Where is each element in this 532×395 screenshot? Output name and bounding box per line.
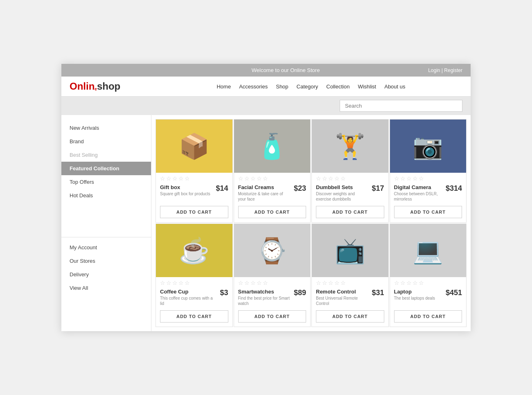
product-name-remote-control: Remote Control — [316, 289, 369, 295]
nav-accessories[interactable]: Accessories — [239, 84, 268, 90]
product-info-laptop: Laptop The best laptops deals $451 — [390, 287, 467, 308]
product-price-laptop: $451 — [446, 289, 462, 297]
product-card-smartwatches: ⌚ ☆ ☆ ☆ ☆ ☆ Smartwatches Find the best p… — [234, 223, 311, 327]
product-info-dumbbell-sets: Dumbbell Sets Discover weights and exerc… — [312, 183, 388, 203]
product-desc-gift-box: Square gift box for products — [160, 191, 210, 196]
product-price-remote-control: $31 — [372, 289, 384, 297]
product-name-smartwatches: Smartwatches — [238, 289, 291, 295]
sidebar-main-section: New Arrivals Brand Best Selling Featured… — [61, 119, 151, 204]
product-image-facial-creams: 🧴 — [234, 120, 311, 173]
product-rating-remote-control: ☆ ☆ ☆ ☆ ☆ — [312, 277, 388, 287]
nav-about[interactable]: About us — [384, 84, 405, 90]
product-rating-dumbbell-sets: ☆ ☆ ☆ ☆ ☆ — [312, 173, 388, 183]
product-image-remote-control: 📺 — [312, 224, 388, 277]
product-card-remote-control: 📺 ☆ ☆ ☆ ☆ ☆ Remote Control Best Universa… — [311, 223, 389, 327]
add-to-cart-dumbbell-sets[interactable]: ADD TO CART — [316, 206, 384, 218]
product-name-coffee-cup: Coffee Cup — [160, 289, 217, 295]
sidebar-divider — [61, 237, 151, 237]
product-price-facial-creams: $23 — [294, 184, 306, 193]
product-card-coffee-cup: ☕ ☆ ☆ ☆ ☆ ☆ Coffee Cup This coffee cup c… — [156, 223, 233, 327]
product-desc-remote-control: Best Universal Remote Control — [316, 296, 369, 306]
product-rating-gift-box: ☆ ☆ ☆ ☆ ☆ — [156, 173, 232, 183]
product-rating-facial-creams: ☆ ☆ ☆ ☆ ☆ — [234, 173, 311, 183]
product-name-gift-box: Gift box — [160, 184, 210, 190]
add-to-cart-gift-box[interactable]: ADD TO CART — [160, 206, 228, 218]
product-image-gift-box: 📦 — [156, 120, 232, 173]
add-to-cart-coffee-cup[interactable]: ADD TO CART — [160, 310, 228, 323]
main-nav: Home Accessories Shop Category Collectio… — [160, 84, 462, 90]
header: Onlineshop Home Accessories Shop Categor… — [61, 77, 471, 97]
product-card-laptop: 💻 ☆ ☆ ☆ ☆ ☆ Laptop The best laptops deal… — [390, 223, 467, 327]
product-image-smartwatches: ⌚ — [234, 224, 311, 277]
product-name-facial-creams: Facial Creams — [238, 184, 291, 190]
logo-online: Onlin — [70, 81, 95, 92]
product-name-dumbbell-sets: Dumbbell Sets — [316, 184, 369, 190]
product-info-smartwatches: Smartwatches Find the best price for Sma… — [234, 287, 311, 308]
product-price-dumbbell-sets: $17 — [372, 184, 384, 193]
sidebar-item-featured-collection[interactable]: Featured Collection — [61, 162, 151, 175]
product-info-gift-box: Gift box Square gift box for products $1… — [156, 183, 232, 203]
nav-category[interactable]: Category — [297, 84, 318, 90]
sidebar-item-our-stores[interactable]: Our Stores — [61, 254, 151, 268]
sidebar-item-top-offers[interactable]: Top Offers — [61, 175, 151, 189]
logo[interactable]: Onlineshop — [70, 81, 160, 92]
product-price-smartwatches: $89 — [294, 289, 306, 297]
product-info-remote-control: Remote Control Best Universal Remote Con… — [312, 287, 388, 308]
product-rating-digital-camera: ☆ ☆ ☆ ☆ ☆ — [390, 173, 467, 183]
product-price-coffee-cup: $3 — [220, 289, 228, 297]
sidebar-item-brand[interactable]: Brand — [61, 135, 151, 148]
browser-frame: Welcome to our Online Store Login | Regi… — [61, 64, 471, 331]
product-card-digital-camera: 📷 ☆ ☆ ☆ ☆ ☆ Digital Camera Choose betwee… — [390, 119, 467, 223]
product-info-coffee-cup: Coffee Cup This coffee cup comes with a … — [156, 287, 232, 308]
sidebar-item-delivery[interactable]: Delivery — [61, 268, 151, 281]
product-rating-laptop: ☆ ☆ ☆ ☆ ☆ — [390, 277, 467, 287]
product-price-digital-camera: $314 — [446, 184, 462, 193]
product-desc-dumbbell-sets: Discover weights and exercise dumbbells — [316, 191, 369, 202]
add-to-cart-facial-creams[interactable]: ADD TO CART — [238, 206, 307, 218]
product-image-dumbbell-sets: 🏋️ — [312, 120, 388, 173]
nav-home[interactable]: Home — [216, 84, 231, 90]
product-rating-smartwatches: ☆ ☆ ☆ ☆ ☆ — [234, 277, 311, 287]
sidebar-item-new-arrivals[interactable]: New Arrivals — [61, 121, 151, 135]
product-info-digital-camera: Digital Camera Choose between DSLR, mirr… — [390, 183, 467, 203]
product-desc-facial-creams: Moisturize & take care of your face — [238, 191, 291, 202]
product-name-digital-camera: Digital Camera — [394, 184, 443, 190]
sidebar: New Arrivals Brand Best Selling Featured… — [61, 115, 151, 331]
product-image-laptop: 💻 — [390, 224, 467, 277]
nav-wishlist[interactable]: Wishlist — [358, 84, 376, 90]
search-input[interactable] — [340, 100, 462, 112]
product-image-coffee-cup: ☕ — [156, 224, 232, 277]
top-bar: Welcome to our Online Store Login | Regi… — [61, 64, 471, 77]
sidebar-item-best-selling[interactable]: Best Selling — [61, 148, 151, 162]
product-grid: 📦 ☆ ☆ ☆ ☆ ☆ Gift box Square gift box for… — [156, 119, 467, 327]
add-to-cart-laptop[interactable]: ADD TO CART — [394, 310, 462, 323]
product-desc-digital-camera: Choose between DSLR, mirrorless — [394, 191, 443, 202]
product-name-laptop: Laptop — [394, 289, 435, 295]
product-card-dumbbell-sets: 🏋️ ☆ ☆ ☆ ☆ ☆ Dumbbell Sets Discover weig… — [311, 119, 389, 223]
sidebar-item-view-all[interactable]: View All — [61, 281, 151, 295]
main-layout: New Arrivals Brand Best Selling Featured… — [61, 115, 471, 331]
product-desc-smartwatches: Find the best price for Smart watch — [238, 296, 291, 306]
sidebar-item-my-account[interactable]: My Account — [61, 241, 151, 254]
product-desc-coffee-cup: This coffee cup comes with a lid — [160, 296, 217, 306]
product-image-digital-camera: 📷 — [390, 120, 467, 173]
add-to-cart-digital-camera[interactable]: ADD TO CART — [394, 206, 462, 218]
sidebar-item-hot-deals[interactable]: Hot Deals — [61, 189, 151, 202]
product-grid-area: 📦 ☆ ☆ ☆ ☆ ☆ Gift box Square gift box for… — [151, 115, 471, 331]
product-card-gift-box: 📦 ☆ ☆ ☆ ☆ ☆ Gift box Square gift box for… — [156, 119, 233, 223]
product-desc-laptop: The best laptops deals — [394, 296, 435, 301]
nav-shop[interactable]: Shop — [276, 84, 288, 90]
product-price-gift-box: $14 — [216, 184, 228, 193]
product-rating-coffee-cup: ☆ ☆ ☆ ☆ ☆ — [156, 277, 232, 287]
add-to-cart-remote-control[interactable]: ADD TO CART — [316, 310, 384, 323]
nav-collection[interactable]: Collection — [326, 84, 349, 90]
login-register[interactable]: Login | Register — [428, 68, 462, 73]
product-card-facial-creams: 🧴 ☆ ☆ ☆ ☆ ☆ Facial Creams Moisturize & t… — [234, 119, 311, 223]
product-info-facial-creams: Facial Creams Moisturize & take care of … — [234, 183, 311, 203]
search-bar-row — [61, 97, 471, 115]
welcome-text: Welcome to our Online Store — [252, 67, 320, 73]
logo-shop: shop — [97, 81, 120, 92]
sidebar-bottom-section: My Account Our Stores Delivery View All — [61, 237, 151, 295]
add-to-cart-smartwatches[interactable]: ADD TO CART — [238, 310, 307, 323]
